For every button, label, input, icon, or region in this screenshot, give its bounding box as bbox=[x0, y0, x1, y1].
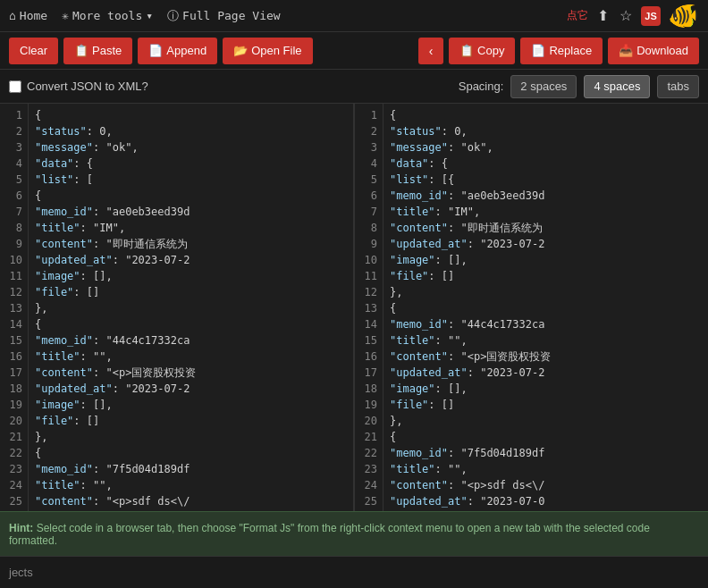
line-num: 22 bbox=[0, 445, 22, 461]
code-line: "updated_at": "2023-07-0 bbox=[390, 493, 703, 509]
code-line: "memo_id": "7f5d04d189df bbox=[390, 445, 703, 461]
code-line: "image": [], bbox=[390, 252, 703, 268]
copy-icon: 📋 bbox=[459, 44, 474, 57]
fish-icon: 🐠 bbox=[668, 4, 699, 29]
asterisk-icon: ✳ bbox=[62, 9, 69, 22]
code-line: { bbox=[390, 429, 703, 445]
line-num: 3 bbox=[355, 139, 377, 155]
code-line: "memo_id": "44c4c17332ca bbox=[390, 316, 703, 332]
code-line: "title": "", bbox=[390, 461, 703, 477]
line-num: 9 bbox=[355, 236, 377, 252]
line-num: 5 bbox=[355, 172, 377, 188]
line-num: 15 bbox=[355, 332, 377, 349]
line-num: 18 bbox=[355, 381, 377, 397]
copy-button[interactable]: 📋 Copy bbox=[449, 38, 515, 64]
line-num: 22 bbox=[355, 445, 377, 461]
code-line: "content": "即时通信系统为 bbox=[35, 236, 348, 252]
code-line: "memo_id": "ae0eb3eed39d bbox=[390, 188, 703, 204]
code-line: "status": 0, bbox=[390, 123, 703, 139]
left-editor[interactable]: 1234567891011121314151617181920212223242… bbox=[0, 104, 354, 511]
prev-button[interactable]: ‹ bbox=[418, 38, 443, 64]
append-button[interactable]: 📄 Append bbox=[138, 38, 217, 64]
spacing-4-button[interactable]: 4 spaces bbox=[584, 75, 650, 98]
top-bar: ⌂ Home ✳ More tools ▾ ⓘ Full Page View 点… bbox=[0, 0, 708, 32]
code-line: "memo_id": "ae0eb3eed39d bbox=[35, 204, 348, 220]
code-line: "file": [] bbox=[35, 284, 348, 300]
replace-button[interactable]: 📄 Replace bbox=[520, 38, 603, 64]
line-num: 20 bbox=[0, 413, 22, 429]
right-line-numbers: 1234567891011121314151617181920212223242… bbox=[355, 104, 384, 511]
code-line: }, bbox=[35, 429, 348, 445]
code-line: { bbox=[390, 107, 703, 123]
toolbar-left: Clear 📋 Paste 📄 Append 📂 Open File bbox=[9, 38, 418, 64]
open-file-button[interactable]: 📂 Open File bbox=[223, 38, 312, 64]
bottom-bar: jects bbox=[0, 556, 708, 588]
line-num: 21 bbox=[0, 429, 22, 445]
open-file-icon: 📂 bbox=[233, 44, 248, 57]
full-page-link[interactable]: ⓘ Full Page View bbox=[167, 8, 281, 24]
line-num: 19 bbox=[355, 397, 377, 413]
line-num: 11 bbox=[355, 268, 377, 284]
line-num: 8 bbox=[0, 220, 22, 236]
code-line: "memo_id": "44c4c17332ca bbox=[35, 332, 348, 349]
info-icon: ⓘ bbox=[167, 8, 179, 24]
line-num: 25 bbox=[355, 493, 377, 509]
line-num: 7 bbox=[0, 204, 22, 220]
line-num: 19 bbox=[0, 397, 22, 413]
bookmark-button[interactable]: ☆ bbox=[618, 5, 634, 26]
code-line: "content": "<p>国资股权投资 bbox=[35, 365, 348, 381]
spacing-group: Spacing: 2 spaces 4 spaces tabs bbox=[459, 75, 699, 98]
code-line: "image": [], bbox=[35, 268, 348, 284]
home-link[interactable]: ⌂ Home bbox=[9, 9, 47, 22]
code-line: "memo_id": "7f5d04d189df bbox=[35, 461, 348, 477]
code-line: "title": "", bbox=[35, 477, 348, 493]
code-line: "updated_at": "2023-07-2 bbox=[390, 365, 703, 381]
line-num: 17 bbox=[355, 365, 377, 381]
right-editor[interactable]: 1234567891011121314151617181920212223242… bbox=[355, 104, 708, 511]
hint-prefix: Hint: Select code in a browser tab, then… bbox=[9, 522, 699, 547]
code-line: }, bbox=[390, 284, 703, 300]
line-num: 10 bbox=[355, 252, 377, 268]
code-line: }, bbox=[35, 300, 348, 316]
line-num: 13 bbox=[355, 300, 377, 316]
line-num: 16 bbox=[355, 349, 377, 365]
line-num: 4 bbox=[355, 155, 377, 172]
download-button[interactable]: 📥 Download bbox=[608, 38, 699, 64]
code-line: "updated_at": "2023-07-2 bbox=[35, 381, 348, 397]
code-line: "title": "IM", bbox=[390, 204, 703, 220]
home-icon: ⌂ bbox=[9, 9, 16, 22]
line-num: 14 bbox=[355, 316, 377, 332]
editor-pair: 1234567891011121314151617181920212223242… bbox=[0, 104, 708, 511]
line-num: 9 bbox=[0, 236, 22, 252]
code-line: "content": "<p>sdf ds<\/ bbox=[390, 477, 703, 493]
top-bar-right: 点它 ⬆ ☆ JS 🐠 bbox=[567, 4, 699, 29]
line-num: 6 bbox=[355, 188, 377, 204]
bottom-label: jects bbox=[9, 566, 33, 579]
paste-button[interactable]: 📋 Paste bbox=[63, 38, 132, 64]
more-tools-link[interactable]: ✳ More tools ▾ bbox=[62, 9, 153, 22]
clear-button[interactable]: Clear bbox=[9, 38, 58, 64]
line-num: 4 bbox=[0, 155, 22, 172]
line-num: 13 bbox=[0, 300, 22, 316]
convert-json-xml-checkbox[interactable] bbox=[9, 80, 21, 93]
code-line: "file": [] bbox=[35, 413, 348, 429]
spacing-tabs-button[interactable]: tabs bbox=[657, 75, 699, 98]
js-badge[interactable]: JS bbox=[641, 6, 661, 26]
code-line: { bbox=[35, 107, 348, 123]
line-num: 24 bbox=[355, 477, 377, 493]
paste-icon: 📋 bbox=[74, 44, 88, 57]
code-line: "updated_at": "2023-07-2 bbox=[35, 252, 348, 268]
spacing-2-button[interactable]: 2 spaces bbox=[510, 75, 577, 98]
line-num: 21 bbox=[355, 429, 377, 445]
share-button[interactable]: ⬆ bbox=[595, 5, 611, 26]
code-line: "title": "", bbox=[390, 332, 703, 349]
left-code-area[interactable]: { "status": 0, "message": "ok", "data": … bbox=[30, 104, 353, 511]
line-num: 2 bbox=[355, 123, 377, 139]
right-code-area[interactable]: { "status": 0, "message": "ok", "data": … bbox=[384, 104, 708, 511]
line-num: 23 bbox=[0, 461, 22, 477]
code-line: "file": [] bbox=[390, 268, 703, 284]
code-line: "status": 0, bbox=[35, 123, 348, 139]
editors-container: 1234567891011121314151617181920212223242… bbox=[0, 104, 708, 511]
line-num: 23 bbox=[355, 461, 377, 477]
convert-json-xml-label[interactable]: Convert JSON to XML? bbox=[9, 80, 148, 93]
